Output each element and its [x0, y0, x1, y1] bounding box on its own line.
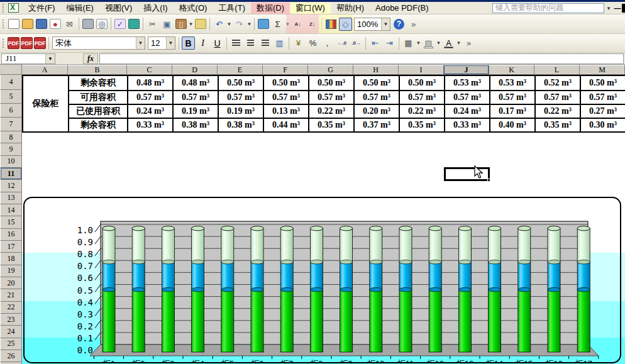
- data-cell-I4[interactable]: 0.50 m³: [399, 75, 444, 90]
- chevron-down-icon[interactable]: ▼: [188, 18, 194, 31]
- row-header-16[interactable]: 16: [0, 229, 22, 241]
- column-header-F[interactable]: F: [263, 65, 308, 75]
- menu-item[interactable]: 文件(F): [23, 3, 61, 14]
- row-header-26[interactable]: 26: [0, 350, 22, 362]
- mail-icon[interactable]: ✉: [63, 18, 76, 31]
- data-cell-L4[interactable]: 0.52 m³: [534, 75, 580, 90]
- copy-icon[interactable]: ▣: [160, 18, 174, 31]
- data-cell-J7[interactable]: 0.33 m³: [444, 118, 489, 133]
- data-cell-G6[interactable]: 0.22 m³: [308, 104, 353, 118]
- data-cell-C6[interactable]: 0.24 m³: [127, 104, 172, 118]
- row-label-cell-B5[interactable]: 可用容积: [68, 90, 127, 104]
- column-header-M[interactable]: M: [580, 65, 625, 75]
- chevron-down-icon[interactable]: ▼: [381, 18, 390, 30]
- help-dropdown-icon[interactable]: ▾: [604, 5, 613, 11]
- data-cell-M7[interactable]: 0.30 m³: [580, 118, 625, 133]
- data-cell-F5[interactable]: 0.57 m³: [263, 90, 308, 104]
- menu-item[interactable]: 工具(T): [213, 3, 251, 14]
- save-icon[interactable]: [36, 19, 47, 29]
- menu-item[interactable]: 数据(D): [251, 3, 290, 14]
- row-label-cell-B7[interactable]: 剩余容积: [68, 118, 127, 133]
- data-cell-G7[interactable]: 0.35 m³: [308, 118, 353, 133]
- print-icon[interactable]: [82, 19, 94, 29]
- select-all-corner[interactable]: [0, 65, 22, 75]
- name-box[interactable]: J11 ▼: [1, 53, 55, 64]
- help-question-input[interactable]: 键入需要帮助的问题: [492, 3, 604, 13]
- row-header-14[interactable]: 14: [0, 204, 22, 216]
- data-cell-K5[interactable]: 0.57 m³: [489, 90, 534, 104]
- permission-icon[interactable]: ●: [50, 19, 61, 29]
- toolbar-drag-handle-icon[interactable]: [2, 38, 5, 48]
- row-header-23[interactable]: 23: [0, 314, 22, 326]
- chevron-down-icon[interactable]: ▼: [136, 37, 145, 49]
- row-header-6[interactable]: 6: [0, 104, 22, 118]
- align-center-icon[interactable]: [244, 36, 257, 50]
- data-cell-I7[interactable]: 0.35 m³: [399, 118, 444, 133]
- row-header-17[interactable]: 17: [0, 241, 22, 253]
- percent-icon[interactable]: %: [306, 36, 319, 50]
- sort-ascending-icon[interactable]: A↓: [291, 18, 304, 31]
- column-header-K[interactable]: K: [489, 65, 534, 75]
- data-cell-H7[interactable]: 0.37 m³: [353, 118, 399, 133]
- row-header-12[interactable]: 12: [0, 180, 22, 192]
- column-header-L[interactable]: L: [534, 65, 580, 75]
- data-cell-D7[interactable]: 0.38 m³: [172, 118, 218, 133]
- data-cell-M6[interactable]: 0.27 m³: [580, 104, 625, 118]
- chevron-down-icon[interactable]: ▼: [166, 37, 175, 49]
- data-cell-G4[interactable]: 0.50 m³: [308, 75, 353, 90]
- data-cell-H6[interactable]: 0.20 m³: [353, 104, 399, 118]
- row-header-18[interactable]: 18: [0, 253, 22, 265]
- data-cell-D5[interactable]: 0.57 m³: [172, 90, 218, 104]
- print-preview-icon[interactable]: ◎: [96, 19, 108, 29]
- pdf-email-icon[interactable]: PDF: [21, 37, 33, 49]
- toolbar-options-icon[interactable]: »: [462, 36, 475, 50]
- decrease-decimal-icon[interactable]: .0→: [350, 36, 363, 50]
- column-header-D[interactable]: D: [172, 65, 218, 75]
- pdf-convert-icon[interactable]: PDF: [8, 37, 19, 49]
- column-header-C[interactable]: C: [127, 65, 172, 75]
- column-header-A[interactable]: A: [22, 65, 68, 75]
- align-left-icon[interactable]: [230, 36, 243, 50]
- data-cell-F6[interactable]: 0.13 m³: [263, 104, 308, 118]
- data-cell-C5[interactable]: 0.57 m³: [127, 90, 172, 104]
- row-header-25[interactable]: 25: [0, 338, 22, 350]
- row-header-5[interactable]: 5: [0, 90, 22, 104]
- row-header-20[interactable]: 20: [0, 277, 22, 289]
- row-header-19[interactable]: 19: [0, 265, 22, 277]
- data-cell-I6[interactable]: 0.22 m³: [399, 104, 444, 118]
- research-icon[interactable]: [128, 19, 140, 29]
- row-header-10[interactable]: 10: [0, 156, 22, 168]
- format-painter-icon[interactable]: [195, 19, 206, 29]
- cylinder-chart-object[interactable]: 0.00.10.20.30.40.50.60.70.80.91.0柜1柜2柜3柜…: [23, 197, 621, 363]
- data-cell-F7[interactable]: 0.44 m³: [263, 118, 308, 133]
- chevron-down-icon[interactable]: ▼: [246, 18, 252, 31]
- column-header-G[interactable]: G: [308, 65, 353, 75]
- data-cell-M5[interactable]: 0.57 m³: [580, 90, 625, 104]
- bold-button[interactable]: B: [182, 36, 195, 50]
- chart-wizard-icon[interactable]: [324, 18, 338, 31]
- data-cell-K7[interactable]: 0.40 m³: [489, 118, 534, 133]
- fill-handle[interactable]: [487, 179, 490, 182]
- merge-center-icon[interactable]: ▥: [273, 36, 286, 50]
- row-header-4[interactable]: 4: [0, 75, 22, 90]
- data-cell-E5[interactable]: 0.57 m³: [218, 90, 263, 104]
- data-cell-E7[interactable]: 0.38 m³: [218, 118, 263, 133]
- comma-style-icon[interactable]: ,: [321, 36, 334, 50]
- menu-item[interactable]: Adobe PDF(B): [370, 3, 434, 14]
- worksheet-grid[interactable]: ABCDEFGHIJKLM 45678910111213141516171819…: [0, 65, 625, 364]
- row-header-24[interactable]: 24: [0, 326, 22, 338]
- undo-icon[interactable]: ↶: [213, 18, 226, 31]
- data-cell-J5[interactable]: 0.57 m³: [444, 90, 489, 104]
- pdf-review-icon[interactable]: PDF: [34, 37, 46, 49]
- data-cell-J6[interactable]: 0.24 m³: [444, 104, 489, 118]
- insert-hyperlink-icon[interactable]: [258, 19, 269, 29]
- data-cell-G5[interactable]: 0.57 m³: [308, 90, 353, 104]
- menu-item[interactable]: 帮助(H): [331, 3, 370, 14]
- data-cell-L6[interactable]: 0.22 m³: [534, 104, 580, 118]
- insert-function-button[interactable]: fx: [83, 53, 98, 64]
- redo-icon[interactable]: ↷: [233, 18, 246, 31]
- underline-button[interactable]: U: [211, 36, 224, 50]
- autosum-icon[interactable]: Σ: [271, 18, 284, 31]
- menu-item[interactable]: 视图(V): [99, 3, 138, 14]
- menu-item[interactable]: 编辑(E): [61, 3, 99, 14]
